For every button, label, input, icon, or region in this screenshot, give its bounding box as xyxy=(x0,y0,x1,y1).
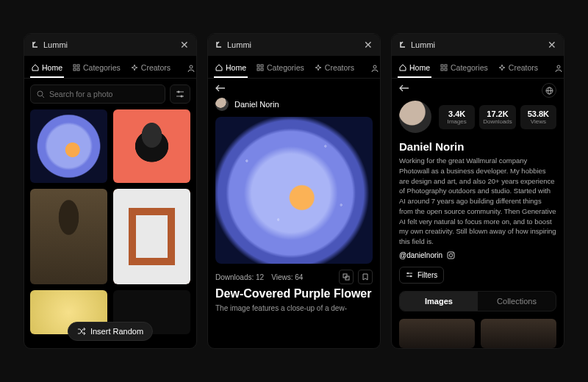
svg-rect-19 xyxy=(445,65,447,67)
close-icon[interactable]: ✕ xyxy=(364,40,373,50)
svg-point-15 xyxy=(373,65,376,68)
sparkle-icon xyxy=(498,64,506,71)
shuffle-icon xyxy=(77,327,86,336)
panel-home: Lummi ✕ Home Categories Creators Search … xyxy=(24,33,197,349)
segment-collections[interactable]: Collections xyxy=(478,292,556,311)
copy-button[interactable] xyxy=(339,270,354,284)
filter-button[interactable] xyxy=(170,84,190,104)
author-name: Daniel Norin xyxy=(234,100,279,109)
tabs: Home Categories Creators xyxy=(392,56,564,79)
tabs: Home Categories Creators xyxy=(24,56,196,79)
tab-home[interactable]: Home xyxy=(398,59,431,78)
svg-rect-2 xyxy=(74,68,76,71)
panel-profile: Lummi ✕ Home Categories Creators xyxy=(391,33,564,349)
stat-downloads: 17.2K Downloads xyxy=(479,105,515,129)
back-button[interactable] xyxy=(208,79,380,95)
bookmark-icon xyxy=(362,273,369,281)
profile-handle[interactable]: @danielnorin xyxy=(399,251,442,259)
thumb-flower[interactable] xyxy=(30,109,107,183)
search-input[interactable]: Search for a photo xyxy=(30,84,165,104)
thumb[interactable] xyxy=(399,319,475,348)
tab-home-label: Home xyxy=(42,63,62,72)
svg-rect-12 xyxy=(261,65,263,67)
brand-name: Lummi xyxy=(227,40,251,49)
tab-categories[interactable]: Categories xyxy=(71,59,122,78)
thumb-coat[interactable] xyxy=(30,189,107,284)
search-placeholder: Search for a photo xyxy=(49,90,112,98)
close-icon[interactable]: ✕ xyxy=(180,40,189,50)
svg-point-9 xyxy=(178,91,180,93)
filters-button[interactable]: Filters xyxy=(399,267,444,284)
bookmark-button[interactable] xyxy=(358,270,373,284)
svg-point-28 xyxy=(453,253,453,253)
tab-creators[interactable]: Creators xyxy=(313,59,356,78)
brand-name: Lummi xyxy=(411,40,435,49)
titlebar: Lummi ✕ xyxy=(392,34,564,56)
thumb-portrait[interactable] xyxy=(113,109,190,183)
tab-home[interactable]: Home xyxy=(214,59,248,78)
svg-rect-0 xyxy=(74,65,76,67)
thumb-chair[interactable] xyxy=(113,189,190,284)
views-stat: Views: 64 xyxy=(271,273,303,281)
home-icon xyxy=(399,64,406,71)
user-icon[interactable] xyxy=(370,64,379,73)
detail-image[interactable] xyxy=(215,117,373,264)
tabs: Home Categories Creators xyxy=(208,56,380,79)
home-icon xyxy=(32,64,39,71)
arrow-left-icon xyxy=(215,84,226,92)
svg-point-4 xyxy=(190,65,193,68)
avatar xyxy=(399,101,431,133)
svg-rect-3 xyxy=(77,68,79,71)
svg-rect-26 xyxy=(448,252,454,259)
panel-detail: Lummi ✕ Home Categories Creators Daniel … xyxy=(207,33,381,349)
author-row[interactable]: Daniel Norin xyxy=(208,95,380,117)
close-icon[interactable]: ✕ xyxy=(548,40,556,50)
grid-icon xyxy=(257,64,264,71)
handle-row: @danielnorin xyxy=(392,247,564,264)
user-icon[interactable] xyxy=(187,64,196,73)
stat-lbl: Downloads xyxy=(482,118,512,125)
arrow-left-icon xyxy=(399,84,409,92)
tab-home[interactable]: Home xyxy=(30,59,64,78)
sliders-icon xyxy=(406,271,413,278)
instagram-icon[interactable] xyxy=(447,251,455,259)
svg-point-5 xyxy=(37,91,43,96)
tab-creators[interactable]: Creators xyxy=(129,59,172,78)
insert-random-button[interactable]: Insert Random xyxy=(68,322,153,341)
svg-rect-1 xyxy=(77,65,79,67)
stat-images: 3.4K Images xyxy=(439,105,475,129)
stat-cards: 3.4K Images 17.2K Downloads 53.8K Views xyxy=(439,105,556,129)
stat-lbl: Views xyxy=(523,118,553,125)
brand-name: Lummi xyxy=(43,40,68,49)
user-icon[interactable] xyxy=(554,64,563,73)
grid-icon xyxy=(73,64,80,71)
stats-row: Downloads: 12 Views: 64 xyxy=(208,264,380,287)
thumb[interactable] xyxy=(481,319,556,348)
detail-title: Dew-Covered Purple Flower xyxy=(208,287,380,300)
tab-categories-label: Categories xyxy=(451,63,488,72)
titlebar: Lummi ✕ xyxy=(24,34,196,56)
brand-icon xyxy=(215,41,223,48)
back-button[interactable] xyxy=(392,79,564,95)
tab-categories[interactable]: Categories xyxy=(255,59,306,78)
copy-icon xyxy=(343,273,350,281)
tab-home-label: Home xyxy=(409,63,430,72)
downloads-stat: Downloads: 12 xyxy=(215,273,264,281)
tab-creators[interactable]: Creators xyxy=(497,59,539,78)
svg-point-22 xyxy=(557,65,560,68)
segment-images[interactable]: Images xyxy=(400,292,478,311)
segment-control[interactable]: Images Collections xyxy=(399,291,556,311)
svg-point-27 xyxy=(449,253,452,256)
insert-random-label: Insert Random xyxy=(90,327,143,336)
detail-description: The image features a close-up of a dew- xyxy=(208,300,380,317)
titlebar: Lummi ✕ xyxy=(208,34,380,56)
tab-home-label: Home xyxy=(226,63,246,72)
sliders-icon xyxy=(176,90,184,98)
svg-line-6 xyxy=(43,96,45,98)
profile-grid xyxy=(392,316,564,348)
svg-point-10 xyxy=(181,96,183,98)
tab-categories[interactable]: Categories xyxy=(439,59,490,78)
profile-bio: Working for the great Wallmural company … xyxy=(392,156,564,247)
svg-rect-13 xyxy=(257,68,259,71)
avatar xyxy=(215,98,229,111)
